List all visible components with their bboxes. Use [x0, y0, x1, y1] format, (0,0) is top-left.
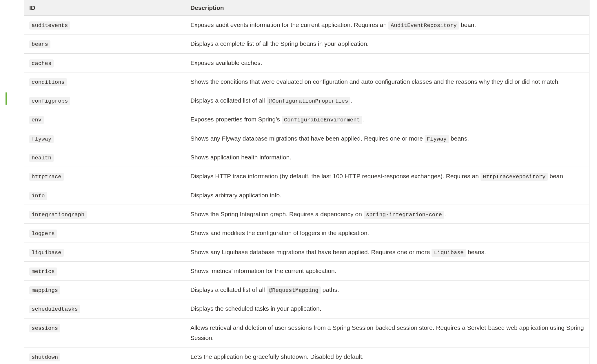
description-text: Lets the application be gracefully shutd… — [190, 353, 364, 360]
table-row: integrationgraphShows the Spring Integra… — [24, 205, 589, 223]
table-row: scheduledtasksDisplays the scheduled tas… — [24, 299, 589, 318]
table-row: shutdownLets the application be graceful… — [24, 347, 589, 364]
page-root: ID Description auditeventsExposes audit … — [0, 0, 597, 364]
endpoint-id: beans — [29, 40, 50, 48]
table-row: auditeventsExposes audit events informat… — [24, 16, 589, 34]
section-marker — [6, 92, 7, 105]
endpoint-id-cell: loggers — [24, 224, 185, 243]
table-row: conditionsShows the conditions that were… — [24, 72, 589, 91]
endpoint-id: auditevents — [29, 21, 70, 30]
description-text: Shows and modifies the configuration of … — [190, 230, 369, 236]
inline-code: Flyway — [425, 135, 449, 143]
description-text: paths. — [321, 286, 339, 293]
endpoint-id: env — [29, 116, 44, 124]
table-row: healthShows application health informati… — [24, 148, 589, 167]
endpoint-id-cell: env — [24, 110, 185, 129]
endpoints-table: ID Description auditeventsExposes audit … — [24, 0, 589, 364]
endpoint-description-cell: Lets the application be gracefully shutd… — [185, 347, 589, 364]
description-text: Displays a complete list of all the Spri… — [190, 40, 369, 47]
endpoint-description-cell: Displays a collated list of all @Configu… — [185, 91, 589, 110]
description-text: beans. — [466, 249, 486, 255]
endpoint-description-cell: Shows ‘metrics’ information for the curr… — [185, 261, 589, 280]
table-row: httptraceDisplays HTTP trace information… — [24, 167, 589, 186]
endpoint-id: flyway — [29, 135, 54, 143]
endpoint-id: mappings — [29, 286, 60, 294]
endpoint-id-cell: scheduledtasks — [24, 299, 185, 318]
description-text: Shows the conditions that were evaluated… — [190, 78, 560, 85]
description-text: . — [444, 211, 446, 217]
endpoint-description-cell: Shows any Flyway database migrations tha… — [185, 129, 589, 148]
endpoint-description-cell: Displays a complete list of all the Spri… — [185, 34, 589, 53]
description-text: Displays a collated list of all — [190, 97, 267, 104]
endpoint-id-cell: httptrace — [24, 167, 185, 186]
description-text: Shows any Flyway database migrations tha… — [190, 135, 425, 142]
endpoint-description-cell: Shows any Liquibase database migrations … — [185, 243, 589, 261]
description-text: Displays a collated list of all — [190, 286, 267, 293]
endpoint-id-cell: info — [24, 186, 185, 205]
endpoint-id: configprops — [29, 97, 70, 105]
description-text: Exposes properties from Spring’s — [190, 116, 282, 123]
description-text: Displays arbitrary application info. — [190, 192, 281, 199]
endpoint-id: integrationgraph — [29, 211, 87, 219]
inline-code: spring-integration-core — [364, 211, 444, 219]
description-text: Displays HTTP trace information (by defa… — [190, 173, 480, 179]
endpoint-description-cell: Shows application health information. — [185, 148, 589, 167]
table-row: cachesExposes available caches. — [24, 53, 589, 72]
endpoint-description-cell: Displays a collated list of all @Request… — [185, 281, 589, 299]
endpoint-description-cell: Exposes audit events information for the… — [185, 16, 589, 34]
table-row: beansDisplays a complete list of all the… — [24, 34, 589, 53]
inline-code: HttpTraceRepository — [480, 173, 548, 181]
endpoint-id: health — [29, 154, 54, 162]
inline-code: @RequestMapping — [267, 286, 321, 294]
endpoint-description-cell: Shows the conditions that were evaluated… — [185, 72, 589, 91]
endpoint-id: loggers — [29, 230, 57, 238]
endpoint-id: conditions — [29, 78, 67, 86]
endpoint-id: caches — [29, 59, 54, 68]
endpoint-id-cell: conditions — [24, 72, 185, 91]
description-text: bean. — [548, 173, 565, 179]
description-text: . — [362, 116, 364, 123]
endpoint-id-cell: health — [24, 148, 185, 167]
endpoint-id-cell: sessions — [24, 318, 185, 347]
endpoint-id-cell: integrationgraph — [24, 205, 185, 223]
table-header-description: Description — [185, 0, 589, 16]
endpoint-id: metrics — [29, 267, 57, 276]
table-row: metricsShows ‘metrics’ information for t… — [24, 261, 589, 280]
table-row: infoDisplays arbitrary application info. — [24, 186, 589, 205]
endpoint-id: httptrace — [29, 173, 64, 181]
inline-code: AuditEventRepository — [388, 21, 459, 30]
endpoint-id-cell: flyway — [24, 129, 185, 148]
endpoint-id-cell: metrics — [24, 261, 185, 280]
table-row: envExposes properties from Spring’s Conf… — [24, 110, 589, 129]
endpoint-id-cell: shutdown — [24, 347, 185, 364]
description-text: Displays the scheduled tasks in your app… — [190, 305, 321, 312]
description-text: Shows any Liquibase database migrations … — [190, 249, 432, 255]
endpoint-description-cell: Displays the scheduled tasks in your app… — [185, 299, 589, 318]
inline-code: Liquibase — [432, 249, 466, 257]
description-text: beans. — [449, 135, 469, 142]
table-body: auditeventsExposes audit events informat… — [24, 16, 589, 364]
table-row: loggersShows and modifies the configurat… — [24, 224, 589, 243]
endpoint-description-cell: Displays arbitrary application info. — [185, 186, 589, 205]
inline-code: @ConfigurationProperties — [267, 97, 351, 105]
endpoint-id: scheduledtasks — [29, 305, 80, 313]
table-row: flywayShows any Flyway database migratio… — [24, 129, 589, 148]
description-text: Exposes audit events information for the… — [190, 21, 388, 28]
endpoint-id-cell: mappings — [24, 281, 185, 299]
description-text: Shows application health information. — [190, 154, 291, 161]
endpoint-description-cell: Displays HTTP trace information (by defa… — [185, 167, 589, 186]
endpoint-id-cell: beans — [24, 34, 185, 53]
endpoint-id: sessions — [29, 324, 60, 332]
table-header-row: ID Description — [24, 0, 589, 16]
description-text: Shows the Spring Integration graph. Requ… — [190, 211, 364, 217]
description-text: . — [350, 97, 352, 104]
endpoint-description-cell: Exposes properties from Spring’s Configu… — [185, 110, 589, 129]
description-text: Exposes available caches. — [190, 59, 262, 66]
endpoint-id-cell: auditevents — [24, 16, 185, 34]
table-row: sessionsAllows retrieval and deletion of… — [24, 318, 589, 347]
endpoint-id-cell: configprops — [24, 91, 185, 110]
table-row: mappingsDisplays a collated list of all … — [24, 281, 589, 299]
endpoint-description-cell: Exposes available caches. — [185, 53, 589, 72]
inline-code: ConfigurableEnvironment — [282, 116, 362, 124]
endpoint-id: shutdown — [29, 353, 60, 361]
